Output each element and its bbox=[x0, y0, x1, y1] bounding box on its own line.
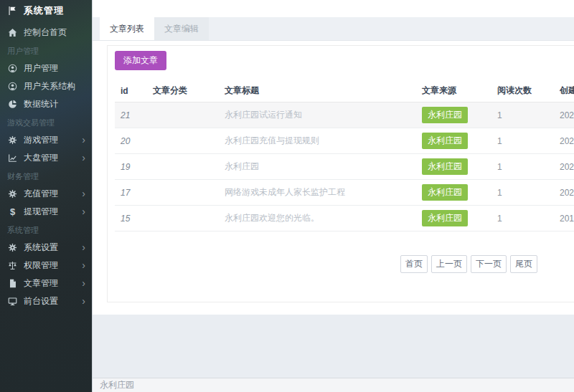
cell-source: 永利庄园 bbox=[416, 180, 491, 206]
chevron-right-icon: › bbox=[82, 242, 85, 252]
cell-source: 永利庄园 bbox=[416, 154, 491, 180]
tab-article-list[interactable]: 文章列表 bbox=[100, 17, 154, 40]
page-last-button[interactable]: 尾页 bbox=[510, 255, 537, 273]
cell-created: 2020 bbox=[560, 128, 574, 154]
cell-reads: 1 bbox=[491, 102, 560, 128]
cell-title: 永利庄园充值与提现规则 bbox=[219, 128, 416, 154]
gear-icon bbox=[7, 135, 18, 145]
cell-created: 2019 bbox=[560, 206, 574, 231]
source-badge[interactable]: 永利庄园 bbox=[422, 133, 468, 149]
sidebar-item-system-settings[interactable]: 系统设置 › bbox=[0, 239, 92, 257]
source-badge[interactable]: 永利庄园 bbox=[422, 158, 468, 175]
column-header-source: 文章来源 bbox=[416, 80, 491, 102]
cell-reads: 1 bbox=[491, 128, 560, 154]
pagination: 首页 上一页 下一页 尾页 bbox=[400, 255, 574, 273]
sidebar-item-label: 文章管理 bbox=[24, 277, 82, 290]
cell-source: 永利庄园 bbox=[416, 102, 491, 128]
article-table: id 文章分类 文章标题 文章来源 阅读次数 创建时间 21 永利庄园试运行通 bbox=[115, 80, 574, 231]
column-header-category: 文章分类 bbox=[147, 80, 219, 102]
sidebar-item-data-stats[interactable]: 数据统计 bbox=[0, 95, 92, 113]
sidebar-item-label: 用户管理 bbox=[24, 62, 85, 75]
desktop-icon bbox=[7, 297, 18, 307]
table-row: 21 永利庄园试运行通知 永利庄园 1 2020 bbox=[115, 102, 574, 128]
sidebar-item-user-relations[interactable]: 用户关系结构 bbox=[0, 77, 92, 95]
app-title: 系统管理 bbox=[24, 4, 64, 17]
table-row: 19 永利庄园 永利庄园 1 2020 bbox=[115, 154, 574, 180]
sidebar-section-finance: 财务管理 bbox=[0, 167, 92, 185]
cell-id: 17 bbox=[115, 180, 147, 206]
table-row: 17 网络游戏未成年人家长监护工程 永利庄园 1 2020 bbox=[115, 180, 574, 206]
sidebar-item-withdraw[interactable]: $ 提现管理 › bbox=[0, 203, 92, 221]
home-icon bbox=[7, 28, 18, 38]
sidebar-item-game-management[interactable]: 游戏管理 › bbox=[0, 131, 92, 149]
dollar-icon: $ bbox=[7, 207, 18, 217]
top-strip bbox=[93, 0, 574, 17]
cell-category bbox=[147, 128, 219, 154]
cell-id: 15 bbox=[115, 206, 147, 231]
column-header-title: 文章标题 bbox=[219, 80, 416, 102]
cell-title: 永利庄园 bbox=[219, 154, 416, 180]
chevron-right-icon: › bbox=[82, 278, 85, 288]
chevron-right-icon: › bbox=[82, 260, 85, 270]
sidebar-section-user: 用户管理 bbox=[0, 42, 92, 59]
sidebar-item-recharge[interactable]: 充值管理 › bbox=[0, 185, 92, 203]
page-first-button[interactable]: 首页 bbox=[400, 255, 428, 273]
sidebar-menu: 控制台首页 用户管理 用户管理 用户关系结构 数据统计 bbox=[0, 21, 92, 310]
cell-created: 2020 bbox=[560, 102, 574, 128]
sidebar-section-system: 系统管理 bbox=[0, 221, 92, 239]
column-header-id: id bbox=[115, 80, 147, 102]
sidebar-item-articles[interactable]: 文章管理 › bbox=[0, 274, 92, 292]
user-icon bbox=[7, 64, 18, 74]
cell-category bbox=[147, 102, 219, 128]
cell-category bbox=[147, 206, 219, 231]
sidebar-item-label: 系统设置 bbox=[24, 242, 82, 254]
sidebar-item-frontend[interactable]: 前台设置 › bbox=[0, 292, 92, 310]
tab-bar: 文章列表 文章编辑 bbox=[93, 17, 574, 41]
file-icon bbox=[7, 279, 18, 289]
page-next-button[interactable]: 下一页 bbox=[471, 255, 507, 273]
line-chart-icon bbox=[7, 153, 18, 163]
sidebar-item-label: 游戏管理 bbox=[24, 134, 82, 146]
footer: 永利庄园 bbox=[93, 378, 574, 392]
source-badge[interactable]: 永利庄园 bbox=[422, 184, 468, 201]
source-badge[interactable]: 永利庄园 bbox=[422, 210, 468, 226]
table-row: 15 永利庄园欢迎您的光临。 永利庄园 1 2019 bbox=[115, 206, 574, 231]
sidebar-item-user-management[interactable]: 用户管理 bbox=[0, 59, 92, 77]
sidebar-item-permissions[interactable]: 权限管理 › bbox=[0, 257, 92, 274]
chevron-right-icon: › bbox=[82, 206, 85, 216]
cell-source: 永利庄园 bbox=[416, 206, 491, 231]
cell-source: 永利庄园 bbox=[416, 128, 491, 154]
footer-text: 永利庄园 bbox=[100, 380, 134, 390]
tab-article-edit[interactable]: 文章编辑 bbox=[154, 17, 209, 40]
sidebar-item-label: 权限管理 bbox=[24, 259, 82, 272]
sidebar-item-label: 控制台首页 bbox=[24, 27, 85, 39]
sidebar-item-label: 大盘管理 bbox=[24, 152, 82, 164]
cell-category bbox=[147, 154, 219, 180]
chevron-right-icon: › bbox=[82, 153, 85, 163]
table-header-row: id 文章分类 文章标题 文章来源 阅读次数 创建时间 bbox=[115, 80, 574, 102]
cell-id: 20 bbox=[115, 128, 147, 154]
sidebar-item-market-management[interactable]: 大盘管理 › bbox=[0, 149, 92, 167]
column-header-created: 创建时间 bbox=[560, 80, 574, 102]
sidebar-item-label: 提现管理 bbox=[24, 206, 82, 218]
chevron-right-icon: › bbox=[82, 135, 85, 145]
pie-chart-icon bbox=[7, 100, 18, 110]
sidebar-section-game-trade: 游戏交易管理 bbox=[0, 113, 92, 131]
chevron-right-icon: › bbox=[82, 296, 85, 306]
add-article-button[interactable]: 添加文章 bbox=[115, 51, 166, 70]
sidebar-item-dashboard[interactable]: 控制台首页 bbox=[0, 24, 92, 42]
sidebar-item-label: 用户关系结构 bbox=[24, 80, 85, 92]
source-badge[interactable]: 永利庄园 bbox=[422, 107, 468, 123]
user-icon bbox=[7, 82, 18, 92]
page-prev-button[interactable]: 上一页 bbox=[431, 255, 467, 273]
cell-created: 2020 bbox=[560, 180, 574, 206]
admin-app: 系统管理 控制台首页 用户管理 用户管理 用户关系结构 bbox=[0, 0, 574, 392]
sidebar-item-label: 前台设置 bbox=[24, 295, 82, 307]
sidebar-item-label: 充值管理 bbox=[24, 188, 82, 200]
flag-icon bbox=[7, 6, 17, 16]
article-card: 添加文章 id 文章分类 文章标题 文章来源 阅读次数 创建时间 bbox=[107, 45, 574, 302]
sidebar-header: 系统管理 bbox=[0, 0, 92, 21]
cell-created: 2020 bbox=[560, 154, 574, 180]
gear-icon bbox=[7, 189, 18, 199]
column-header-reads: 阅读次数 bbox=[491, 80, 560, 102]
